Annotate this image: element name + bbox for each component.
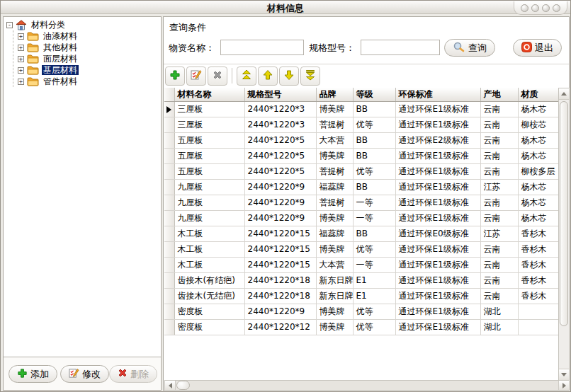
table-cell[interactable]: 菩提树 — [316, 195, 353, 210]
search-button[interactable]: 查询 — [444, 39, 495, 57]
table-cell[interactable]: 福蕊牌 — [316, 226, 353, 241]
table-cell[interactable]: 博美牌 — [316, 304, 353, 319]
table-cell[interactable]: 博美牌 — [316, 241, 353, 257]
scroll-right-button[interactable] — [558, 381, 569, 390]
row-selector[interactable] — [164, 163, 174, 179]
window-control-2-button[interactable] — [531, 4, 539, 12]
horizontal-scrollbar-thumb[interactable] — [176, 381, 190, 390]
table-cell[interactable]: 密度板 — [174, 304, 244, 319]
table-cell[interactable]: 云南 — [480, 163, 518, 179]
expand-icon[interactable]: + — [18, 33, 24, 40]
table-cell[interactable]: 菩提树 — [316, 117, 353, 132]
row-selector[interactable] — [164, 132, 174, 148]
table-cell[interactable]: 密度板 — [174, 319, 244, 335]
table-cell[interactable]: 一等 — [353, 195, 395, 210]
table-cell[interactable]: 云南 — [480, 117, 518, 132]
table-cell[interactable]: 2440*1220*15 — [244, 241, 316, 257]
table-row[interactable]: 木工板2440*1220*15福蕊牌BB通过环保E0级标准江苏香杉木 — [164, 226, 558, 241]
table-row[interactable]: 九厘板2440*1220*9福蕊牌BB通过环保E1级标准江苏杨木芯 — [164, 179, 558, 195]
table-cell[interactable]: BB — [353, 132, 395, 148]
edit-toolbar-button[interactable] — [186, 67, 206, 86]
table-cell[interactable]: 木工板 — [174, 241, 244, 257]
table-cell[interactable]: 大本营 — [316, 132, 353, 148]
tree-item[interactable]: +基层材料 — [18, 64, 159, 76]
table-cell[interactable] — [518, 319, 558, 335]
row-selector[interactable] — [164, 272, 174, 288]
table-cell[interactable]: 香杉木 — [518, 272, 558, 288]
table-cell[interactable]: 2440*1220*9 — [244, 195, 316, 210]
table-cell[interactable]: 通过环保E1级标准 — [395, 210, 480, 226]
table-cell[interactable]: 通过环保E2级标准 — [395, 132, 480, 148]
table-cell[interactable]: 通过环保E1级标准 — [395, 179, 480, 195]
table-cell[interactable]: 新东日牌 — [316, 288, 353, 304]
row-selector[interactable] — [164, 257, 174, 272]
table-cell[interactable]: 九厘板 — [174, 195, 244, 210]
table-cell[interactable]: 三厘板 — [174, 117, 244, 132]
table-cell[interactable]: 云南 — [480, 272, 518, 288]
table-cell[interactable]: 福蕊牌 — [316, 179, 353, 195]
table-cell[interactable]: 云南 — [480, 210, 518, 226]
table-cell[interactable]: 柳桉多层 — [518, 163, 558, 179]
table-cell[interactable] — [518, 304, 558, 319]
expand-icon[interactable]: + — [18, 79, 24, 85]
tree-item[interactable]: +管件材料 — [18, 76, 159, 87]
spec-input[interactable] — [361, 40, 440, 55]
table-cell[interactable]: BB — [353, 226, 395, 241]
delete-toolbar-button[interactable] — [208, 67, 227, 86]
table-cell[interactable]: 通过环保E1级标准 — [395, 304, 480, 319]
table-cell[interactable]: 大本营 — [316, 257, 353, 272]
table-cell[interactable]: 通过环保E1级标准 — [395, 195, 480, 210]
table-cell[interactable]: 通过环保E1级标准 — [395, 148, 480, 163]
vertical-scrollbar[interactable] — [558, 88, 570, 381]
move-bottom-toolbar-button[interactable] — [300, 67, 320, 86]
table-cell[interactable]: 2440*1220*5 — [244, 163, 316, 179]
column-header[interactable]: 环保标准 — [395, 88, 480, 101]
table-cell[interactable]: 云南 — [480, 148, 518, 163]
scroll-up-button[interactable] — [559, 88, 569, 100]
table-cell[interactable]: 博美牌 — [316, 101, 353, 117]
table-cell[interactable]: 云南 — [480, 257, 518, 272]
table-cell[interactable]: 优等 — [353, 319, 395, 335]
table-cell[interactable]: 通过环保E1级标准 — [395, 257, 480, 272]
horizontal-scrollbar[interactable] — [164, 380, 570, 391]
table-cell[interactable]: 木工板 — [174, 257, 244, 272]
table-cell[interactable]: 香杉木 — [518, 257, 558, 272]
vertical-scrollbar-thumb[interactable] — [560, 101, 568, 326]
table-cell[interactable]: 2440*1220*5 — [244, 148, 316, 163]
tree-item-label[interactable]: 其他材料 — [42, 42, 79, 52]
table-row[interactable]: 五厘板2440*1220*5博美牌BB通过环保E1级标准云南杨木芯 — [164, 148, 558, 163]
edit-button[interactable]: 修改 — [60, 365, 109, 383]
table-cell[interactable]: 香杉木 — [518, 288, 558, 304]
table-row[interactable]: 密度板2440*1220*12博美牌优等通过环保E1级标准湖北 — [164, 319, 558, 335]
scroll-down-button[interactable] — [559, 369, 569, 380]
column-header[interactable]: 材料名称 — [174, 88, 244, 101]
window-control-3-button[interactable] — [542, 4, 550, 12]
table-cell[interactable]: 五厘板 — [174, 148, 244, 163]
table-cell[interactable]: 云南 — [480, 132, 518, 148]
table-cell[interactable]: 齿接木(有结疤) — [174, 272, 244, 288]
table-row[interactable]: 木工板2440*1220*15博美牌优等通过环保E1级标准云南香杉木 — [164, 241, 558, 257]
tree-item-label[interactable]: 面层材料 — [42, 54, 79, 64]
table-cell[interactable]: 2440*1220*15 — [244, 226, 316, 241]
row-selector[interactable] — [164, 226, 174, 241]
table-cell[interactable]: 九厘板 — [174, 179, 244, 195]
tree-root-label[interactable]: 材料分类 — [30, 20, 67, 30]
table-cell[interactable]: 2440*1220*12 — [244, 319, 316, 335]
table-row[interactable]: 木工板2440*1220*15大本营一等通过环保E1级标准云南香杉木 — [164, 257, 558, 272]
table-cell[interactable]: BB — [353, 148, 395, 163]
tree-item[interactable]: +面层材料 — [18, 53, 159, 64]
expand-icon[interactable]: + — [18, 45, 24, 51]
column-header[interactable]: 材质 — [518, 88, 558, 101]
table-cell[interactable]: 2440*1220*15 — [244, 257, 316, 272]
table-cell[interactable]: 云南 — [480, 195, 518, 210]
table-row[interactable]: 齿接木(无结疤)2440*1220*18新东日牌E1通过环保E1级标准云南香杉木 — [164, 288, 558, 304]
row-selector[interactable] — [164, 195, 174, 210]
table-cell[interactable]: 一等 — [353, 210, 395, 226]
table-cell[interactable]: 通过环保E1级标准 — [395, 117, 480, 132]
move-top-toolbar-button[interactable] — [237, 67, 256, 86]
table-cell[interactable]: 杨木芯 — [518, 210, 558, 226]
table-row[interactable]: 三厘板2440*1220*3博美牌BB通过环保E1级标准云南杨木芯 — [164, 101, 558, 117]
table-cell[interactable]: 2440*1220*5 — [244, 132, 316, 148]
table-cell[interactable]: 三厘板 — [174, 101, 244, 117]
table-cell[interactable]: 优等 — [353, 117, 395, 132]
